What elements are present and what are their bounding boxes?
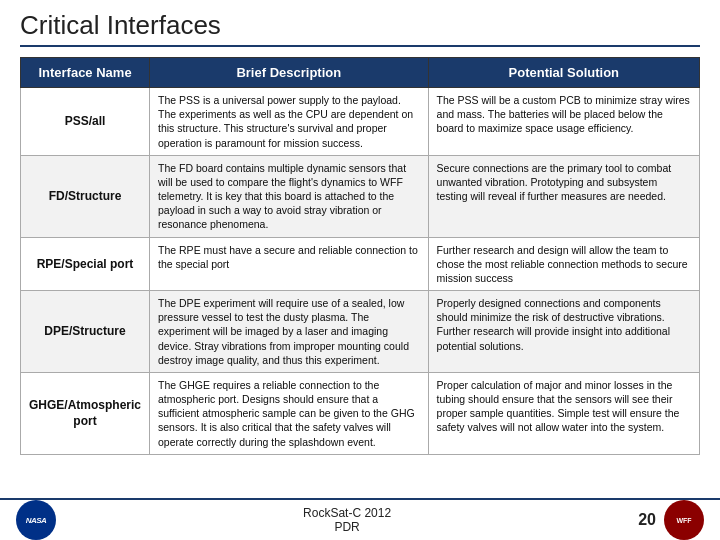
interface-name-cell: DPE/Structure: [21, 291, 150, 373]
solution-cell: Proper calculation of major and minor lo…: [428, 372, 699, 454]
page-title: Critical Interfaces: [0, 0, 720, 45]
table-row: RPE/Special portThe RPE must have a secu…: [21, 237, 700, 291]
interfaces-table: Interface Name Brief Description Potenti…: [20, 57, 700, 455]
col-header-solution: Potential Solution: [428, 58, 699, 88]
wff-logo-text: WFF: [676, 517, 691, 524]
col-header-interface: Interface Name: [21, 58, 150, 88]
description-cell: The DPE experiment will require use of a…: [150, 291, 429, 373]
footer-line2: PDR: [56, 520, 638, 534]
table-row: DPE/StructureThe DPE experiment will req…: [21, 291, 700, 373]
interface-name-cell: GHGE/Atmospheric port: [21, 372, 150, 454]
table-row: PSS/allThe PSS is a universal power supp…: [21, 88, 700, 156]
nasa-logo: NASA: [16, 500, 56, 540]
solution-cell: Further research and design will allow t…: [428, 237, 699, 291]
table-row: GHGE/Atmospheric portThe GHGE requires a…: [21, 372, 700, 454]
title-divider: [20, 45, 700, 47]
footer: NASA RockSat-C 2012 PDR 20 WFF: [0, 498, 720, 540]
description-cell: The RPE must have a secure and reliable …: [150, 237, 429, 291]
description-cell: The GHGE requires a reliable connection …: [150, 372, 429, 454]
main-content: Interface Name Brief Description Potenti…: [0, 57, 720, 455]
table-row: FD/StructureThe FD board contains multip…: [21, 155, 700, 237]
description-cell: The FD board contains multiple dynamic s…: [150, 155, 429, 237]
footer-center: RockSat-C 2012 PDR: [56, 506, 638, 534]
solution-cell: Secure connections are the primary tool …: [428, 155, 699, 237]
interface-name-cell: FD/Structure: [21, 155, 150, 237]
interface-name-cell: RPE/Special port: [21, 237, 150, 291]
footer-line1: RockSat-C 2012: [56, 506, 638, 520]
interface-name-cell: PSS/all: [21, 88, 150, 156]
nasa-logo-text: NASA: [26, 516, 47, 525]
description-cell: The PSS is a universal power supply to t…: [150, 88, 429, 156]
solution-cell: Properly designed connections and compon…: [428, 291, 699, 373]
wff-logo: WFF: [664, 500, 704, 540]
solution-cell: The PSS will be a custom PCB to minimize…: [428, 88, 699, 156]
page-number: 20: [638, 511, 656, 529]
col-header-description: Brief Description: [150, 58, 429, 88]
table-header-row: Interface Name Brief Description Potenti…: [21, 58, 700, 88]
